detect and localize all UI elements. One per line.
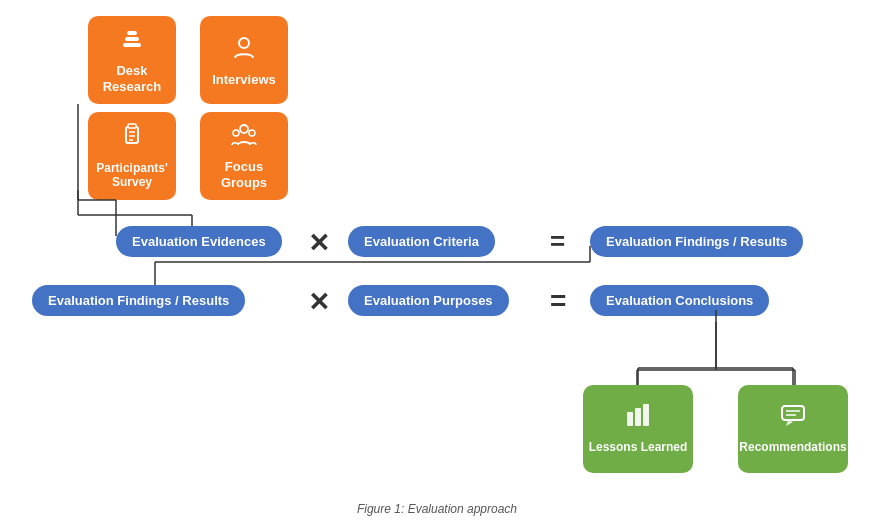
evaluation-findings-results-top-pill: Evaluation Findings / Results <box>590 226 803 257</box>
recommendations-box: Recommendations <box>738 385 848 473</box>
svg-rect-7 <box>123 43 141 47</box>
svg-rect-32 <box>782 406 804 420</box>
svg-point-18 <box>249 130 255 136</box>
survey-icon <box>118 123 146 157</box>
equals-symbol-2: = <box>550 287 566 315</box>
svg-rect-30 <box>635 408 641 426</box>
evaluation-purposes-pill: Evaluation Purposes <box>348 285 509 316</box>
figure-caption: Figure 1: Evaluation approach <box>357 502 517 516</box>
multiply-symbol-1: ✕ <box>308 228 330 259</box>
svg-point-17 <box>233 130 239 136</box>
diagram-container: Desk Research Evaluation Evidences Inter… <box>0 0 874 528</box>
focus-groups-icon <box>230 121 258 155</box>
svg-rect-29 <box>627 412 633 426</box>
svg-point-16 <box>240 125 248 133</box>
evaluation-conclusions-pill: Evaluation Conclusions <box>590 285 769 316</box>
svg-point-10 <box>239 38 249 48</box>
evaluation-criteria-pill: Evaluation Criteria <box>348 226 495 257</box>
lessons-learned-box: Lessons Learned <box>583 385 693 473</box>
evaluation-findings-results-bottom-pill: Evaluation Findings / Results <box>32 285 245 316</box>
desk-research-box: Desk Research <box>88 16 176 104</box>
interviews-icon <box>230 34 258 68</box>
equals-symbol-1: = <box>550 228 565 254</box>
svg-rect-8 <box>125 37 139 41</box>
desk-research-icon <box>118 25 146 59</box>
svg-rect-9 <box>127 31 137 35</box>
lessons-learned-icon <box>623 402 653 436</box>
multiply-symbol-2: ✕ <box>308 287 330 318</box>
focus-groups-box: FocusGroups <box>200 112 288 200</box>
participants-survey-box: Participants'Survey <box>88 112 176 200</box>
evaluation-evidences-pill: Evaluation Evidences <box>116 226 282 257</box>
recommendations-icon <box>778 402 808 436</box>
svg-rect-31 <box>643 404 649 426</box>
interviews-box: Evaluation Evidences Interviews <box>200 16 288 104</box>
svg-rect-15 <box>128 124 136 128</box>
